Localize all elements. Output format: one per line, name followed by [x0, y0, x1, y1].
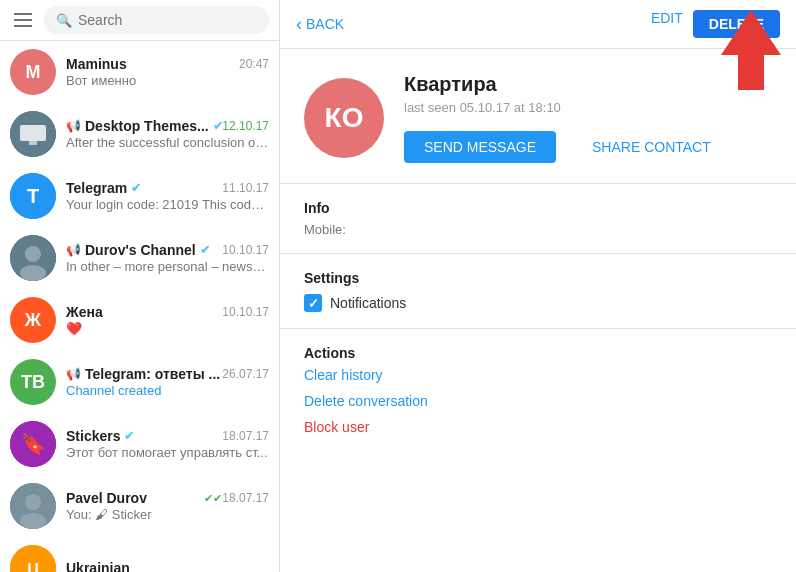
verified-icon: ✔: [124, 429, 134, 443]
chat-time: 26.07.17: [222, 367, 269, 381]
profile-name: Квартира: [404, 73, 772, 96]
chat-item-maminus[interactable]: M Maminus 20:47 Вот именно: [0, 41, 279, 103]
block-user-link[interactable]: Block user: [304, 419, 772, 435]
chat-top: Жена 10.10.17: [66, 304, 269, 320]
svg-point-12: [20, 513, 46, 529]
clear-history-link[interactable]: Clear history: [304, 367, 772, 383]
right-header: ‹ BACK EDIT DELETE: [280, 0, 796, 49]
chat-name: Жена: [66, 304, 103, 320]
info-title: Info: [304, 200, 772, 216]
settings-title: Settings: [304, 270, 772, 286]
chat-name: 📢Telegram: ответы ...: [66, 366, 220, 382]
chat-time: 10.10.17: [222, 243, 269, 257]
chat-preview: In other – more personal – news, ...: [66, 259, 269, 274]
verified-icon: ✔: [200, 243, 210, 257]
chat-preview: Channel created: [66, 383, 269, 398]
chat-time: 10.10.17: [222, 305, 269, 319]
hamburger-menu-icon[interactable]: [10, 9, 36, 31]
profile-avatar: КО: [304, 78, 384, 158]
chat-name: 📢Durov's Channel✔: [66, 242, 210, 258]
settings-section: Settings ✓ Notifications: [280, 254, 796, 329]
chat-name: 📢Desktop Themes...✔: [66, 118, 222, 134]
avatar: U: [10, 545, 56, 572]
chat-preview: ❤️: [66, 321, 269, 336]
profile-status: last seen 05.10.17 at 18:10: [404, 100, 772, 115]
mobile-label: Mobile:: [304, 222, 346, 237]
back-arrow-icon: ‹: [296, 14, 302, 35]
checkmark-icon: ✓: [308, 296, 319, 311]
back-button[interactable]: ‹ BACK: [296, 14, 344, 35]
avatar: T: [10, 173, 56, 219]
share-contact-button[interactable]: SHARE CONTACT: [572, 131, 731, 163]
svg-rect-1: [20, 125, 46, 141]
edit-button[interactable]: EDIT: [651, 10, 683, 38]
chat-name: Pavel Durov: [66, 490, 147, 506]
chat-top: 📢Desktop Themes...✔ 12.10.17: [66, 118, 269, 134]
chat-item-stickers[interactable]: 🔖 Stickers✔ 18.07.17 Этот бот помогает у…: [0, 413, 279, 475]
avatar: TB: [10, 359, 56, 405]
channel-icon: 📢: [66, 243, 81, 257]
chat-top: Maminus 20:47: [66, 56, 269, 72]
chat-content: Жена 10.10.17 ❤️: [66, 304, 269, 336]
chat-top: 📢Telegram: ответы ... 26.07.17: [66, 366, 269, 382]
avatar: Ж: [10, 297, 56, 343]
chat-preview: Your login code: 21019 This code ...: [66, 197, 269, 212]
right-panel: ‹ BACK EDIT DELETE КО Квартира last seen…: [280, 0, 796, 572]
sidebar: 🔍 M Maminus 20:47 Вот именно 📢Desktop Th…: [0, 0, 280, 572]
chat-time: 20:47: [239, 57, 269, 71]
profile-info: Квартира last seen 05.10.17 at 18:10 SEN…: [404, 73, 772, 163]
chat-content: Pavel Durov ✔✔18.07.17 You: 🖌 Sticker: [66, 490, 269, 522]
delete-button[interactable]: DELETE: [693, 10, 780, 38]
chat-list: M Maminus 20:47 Вот именно 📢Desktop Them…: [0, 41, 279, 572]
chat-top: 📢Durov's Channel✔ 10.10.17: [66, 242, 269, 258]
chat-content: 📢Telegram: ответы ... 26.07.17 Channel c…: [66, 366, 269, 398]
chat-content: Telegram✔ 11.10.17 Your login code: 2101…: [66, 180, 269, 212]
svg-text:U: U: [27, 561, 39, 572]
chat-item-pavel-durov[interactable]: Pavel Durov ✔✔18.07.17 You: 🖌 Sticker: [0, 475, 279, 537]
chat-content: Ukrainian: [66, 560, 269, 573]
profile-section: КО Квартира last seen 05.10.17 at 18:10 …: [280, 49, 796, 184]
avatar: 🔖: [10, 421, 56, 467]
search-icon: 🔍: [56, 13, 72, 28]
avatar: [10, 235, 56, 281]
chat-name: Ukrainian: [66, 560, 130, 573]
chat-time: ✔✔18.07.17: [204, 491, 269, 505]
mobile-row: Mobile:: [304, 222, 772, 237]
notifications-checkbox[interactable]: ✓: [304, 294, 322, 312]
avatar: [10, 111, 56, 157]
search-input[interactable]: [78, 12, 257, 28]
search-box[interactable]: 🔍: [44, 6, 269, 34]
notifications-label: Notifications: [330, 295, 406, 311]
chat-top: Telegram✔ 11.10.17: [66, 180, 269, 196]
chat-top: Pavel Durov ✔✔18.07.17: [66, 490, 269, 506]
svg-point-11: [25, 494, 41, 510]
chat-content: 📢Desktop Themes...✔ 12.10.17 After the s…: [66, 118, 269, 150]
chat-preview: After the successful conclusion of...: [66, 135, 269, 150]
chat-item-telegram[interactable]: T Telegram✔ 11.10.17 Your login code: 21…: [0, 165, 279, 227]
notifications-row: ✓ Notifications: [304, 294, 772, 312]
chat-item-ukrainian[interactable]: U Ukrainian: [0, 537, 279, 572]
header-actions: EDIT DELETE: [651, 10, 780, 38]
chat-preview: Этот бот помогает управлять ст...: [66, 445, 269, 460]
svg-point-6: [25, 246, 41, 262]
chat-time: 18.07.17: [222, 429, 269, 443]
verified-icon: ✔: [131, 181, 141, 195]
profile-actions: SEND MESSAGE SHARE CONTACT: [404, 131, 772, 163]
avatar: [10, 483, 56, 529]
chat-name: Maminus: [66, 56, 127, 72]
chat-top: Stickers✔ 18.07.17: [66, 428, 269, 444]
info-section: Info Mobile:: [280, 184, 796, 254]
chat-item-desktop-themes[interactable]: 📢Desktop Themes...✔ 12.10.17 After the s…: [0, 103, 279, 165]
svg-text:T: T: [27, 185, 39, 207]
svg-rect-2: [29, 141, 37, 145]
chat-item-telegram-otvety[interactable]: TB 📢Telegram: ответы ... 26.07.17 Channe…: [0, 351, 279, 413]
send-message-button[interactable]: SEND MESSAGE: [404, 131, 556, 163]
chat-item-zhena[interactable]: Ж Жена 10.10.17 ❤️: [0, 289, 279, 351]
chat-item-durovs-channel[interactable]: 📢Durov's Channel✔ 10.10.17 In other – mo…: [0, 227, 279, 289]
chat-content: Maminus 20:47 Вот именно: [66, 56, 269, 88]
delete-conversation-link[interactable]: Delete conversation: [304, 393, 772, 409]
chat-preview: You: 🖌 Sticker: [66, 507, 269, 522]
chat-preview: Вот именно: [66, 73, 269, 88]
chat-name: Telegram✔: [66, 180, 141, 196]
chat-time: 12.10.17: [222, 119, 269, 133]
